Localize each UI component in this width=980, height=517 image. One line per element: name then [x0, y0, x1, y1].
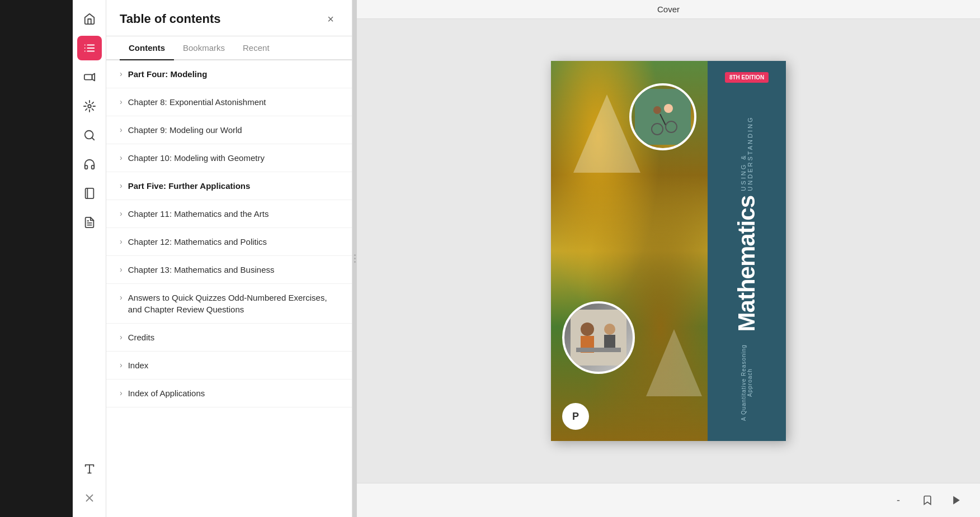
toc-item-text: Chapter 12: Mathematics and Politics — [128, 236, 267, 248]
svg-point-21 — [653, 106, 661, 114]
page-title: Cover — [657, 4, 680, 14]
toc-item-text: Credits — [128, 331, 155, 343]
chevron-right-icon: › — [120, 333, 123, 341]
main-content: Cover — [357, 0, 980, 517]
list-item[interactable]: › Index of Applications — [106, 380, 352, 407]
audio-icon[interactable] — [77, 152, 102, 177]
cover-text-section: 8TH EDITION USING & UNDERSTANDING Mathem… — [708, 61, 786, 441]
cover-triangle-bottom — [646, 329, 702, 396]
play-button[interactable] — [946, 490, 967, 510]
search-icon[interactable] — [77, 123, 102, 148]
sidebar — [73, 0, 106, 517]
cover-using-label: USING & UNDERSTANDING — [740, 89, 753, 191]
svg-point-28 — [604, 324, 615, 335]
toc-item-text: Chapter 10: Modeling with Geometry — [128, 152, 265, 164]
notebook-icon[interactable] — [77, 181, 102, 206]
toc-item-text: Index — [128, 359, 149, 371]
cover-subtitle: A Quantitative Reasoning Approach — [741, 336, 753, 430]
toc-item-text: Chapter 8: Exponential Astonishment — [128, 96, 266, 108]
toc-item-text: Index of Applications — [128, 387, 205, 399]
cover-photo-section: P — [551, 61, 708, 441]
chevron-right-icon: › — [120, 237, 123, 246]
bookmark-button[interactable] — [917, 490, 937, 510]
cover-circle-bottom — [562, 301, 635, 374]
chevron-right-icon: › — [120, 97, 123, 106]
flashcard-icon[interactable] — [77, 94, 102, 118]
list-item[interactable]: › Chapter 10: Modeling with Geometry — [106, 144, 352, 172]
svg-rect-11 — [85, 188, 93, 198]
list-item[interactable]: › Part Four: Modeling — [106, 60, 352, 88]
tab-contents[interactable]: Contents — [120, 36, 174, 60]
list-item[interactable]: › Chapter 13: Mathematics and Business — [106, 256, 352, 284]
list-item[interactable]: › Chapter 9: Modeling our World — [106, 116, 352, 144]
pearson-logo: P — [562, 403, 589, 430]
svg-point-20 — [664, 104, 673, 113]
book-cover: P 8TH EDITION USING & UNDERSTANDING Math… — [551, 61, 786, 441]
video-icon[interactable] — [77, 65, 102, 89]
list-item[interactable]: › Credits — [106, 324, 352, 352]
toc-item-text: Chapter 9: Modeling our World — [128, 124, 242, 136]
svg-rect-30 — [576, 348, 621, 352]
toc-list: › Part Four: Modeling › Chapter 8: Expon… — [106, 60, 352, 517]
toc-icon[interactable] — [77, 36, 102, 60]
toc-item-text: Part Five: Further Applications — [128, 180, 251, 192]
zoom-out-button[interactable]: - — [888, 490, 908, 510]
tab-bookmarks[interactable]: Bookmarks — [174, 36, 234, 60]
toc-header: Table of contents × — [106, 0, 352, 36]
list-item[interactable]: › Chapter 11: Mathematics and the Arts — [106, 200, 352, 228]
list-item[interactable]: › Answers to Quick Quizzes Odd-Numbered … — [106, 284, 352, 324]
chevron-right-icon: › — [120, 388, 123, 397]
font-size-icon[interactable] — [77, 457, 102, 481]
panel-resize-handle[interactable] — [352, 0, 357, 517]
list-item[interactable]: › Index — [106, 352, 352, 380]
toc-title: Table of contents — [120, 12, 221, 26]
list-item[interactable]: › Chapter 12: Mathematics and Politics — [106, 228, 352, 256]
book-container: P 8TH EDITION USING & UNDERSTANDING Math… — [357, 19, 980, 483]
svg-rect-19 — [635, 89, 691, 145]
svg-marker-7 — [92, 74, 95, 81]
notes-icon[interactable] — [77, 210, 102, 235]
toc-item-text: Answers to Quick Quizzes Odd-Numbered Ex… — [128, 292, 338, 315]
edition-badge: 8TH EDITION — [725, 72, 769, 83]
svg-rect-25 — [571, 310, 626, 366]
chevron-right-icon: › — [120, 181, 123, 190]
svg-rect-6 — [84, 74, 92, 79]
toc-close-button[interactable]: × — [323, 11, 338, 27]
annotation-panel — [0, 0, 73, 517]
toc-item-text: Chapter 13: Mathematics and Business — [128, 264, 275, 276]
toc-item-text: Chapter 11: Mathematics and the Arts — [128, 208, 269, 220]
main-footer: - — [357, 483, 980, 517]
svg-point-26 — [581, 322, 594, 336]
list-item[interactable]: › Chapter 8: Exponential Astonishment — [106, 88, 352, 116]
chevron-right-icon: › — [120, 153, 123, 162]
svg-point-8 — [88, 105, 91, 108]
toc-tabs: Contents Bookmarks Recent — [106, 36, 352, 60]
chevron-right-icon: › — [120, 293, 123, 302]
cover-math-title: Mathematics — [735, 196, 758, 331]
chevron-right-icon: › — [120, 209, 123, 218]
cover-circle-top — [629, 83, 696, 150]
chevron-right-icon: › — [120, 265, 123, 274]
toc-panel: Table of contents × Contents Bookmarks R… — [106, 0, 352, 517]
close-icon[interactable] — [77, 486, 102, 510]
chevron-right-icon: › — [120, 361, 123, 369]
list-item[interactable]: › Part Five: Further Applications — [106, 172, 352, 200]
chevron-right-icon: › — [120, 69, 123, 78]
svg-marker-31 — [953, 496, 960, 505]
drag-dots — [354, 254, 356, 263]
toc-item-text: Part Four: Modeling — [128, 68, 208, 80]
home-icon[interactable] — [77, 7, 102, 31]
main-header: Cover — [357, 0, 980, 19]
chevron-right-icon: › — [120, 125, 123, 134]
tab-recent[interactable]: Recent — [234, 36, 279, 60]
svg-line-10 — [92, 137, 94, 140]
